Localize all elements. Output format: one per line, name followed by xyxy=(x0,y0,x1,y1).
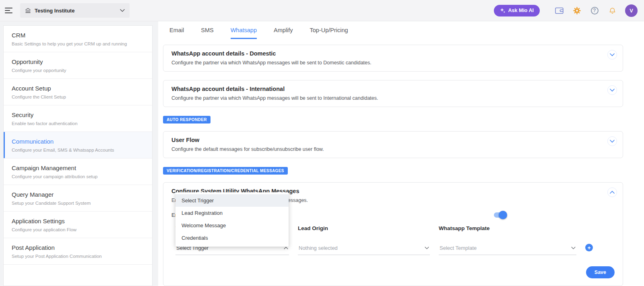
topbar: Testing Institute Ask Mio AI xyxy=(0,0,644,21)
utility-messages-card: Configure System Utility WhatsApp Messag… xyxy=(163,182,623,286)
ask-mio-ai-button[interactable]: Ask Mio AI xyxy=(494,5,540,16)
app-root: Testing Institute Ask Mio AI xyxy=(0,0,644,286)
sidebar-item-subtitle: Basic Settings to help you get your CRM … xyxy=(12,41,144,46)
main-content: Email SMS Whatsapp Amplify Top-Up/Pricin… xyxy=(158,21,644,286)
save-button[interactable]: Save xyxy=(586,266,615,278)
sidebar-item-crm[interactable]: CRM Basic Settings to help you get your … xyxy=(4,26,152,52)
save-row: Save xyxy=(171,266,615,278)
whatsapp-domestic-card: WhatsApp account details - Domestic Conf… xyxy=(163,45,623,72)
sidebar-item-post-application[interactable]: Post Application Setup your Post Applica… xyxy=(4,238,152,265)
menu-icon[interactable] xyxy=(4,6,14,15)
sidebar-item-subtitle: Configure the Client Setup xyxy=(12,95,144,99)
sidebar-item-title: CRM xyxy=(12,32,144,39)
expand-chevron-button[interactable] xyxy=(607,85,617,95)
chevron-down-icon xyxy=(425,247,429,249)
channel-tabs: Email SMS Whatsapp Amplify Top-Up/Pricin… xyxy=(163,25,623,39)
expand-chevron-button[interactable] xyxy=(607,136,617,146)
card-title: User Flow xyxy=(171,137,615,143)
collapse-chevron-button[interactable] xyxy=(607,187,617,197)
chevron-down-icon xyxy=(120,9,125,12)
sidebar-item-campaign-management[interactable]: Campaign Management Configure your campa… xyxy=(4,158,152,185)
template-select[interactable]: Select Template xyxy=(439,243,576,255)
sidebar-item-subtitle: Configure your opportunity xyxy=(12,68,144,73)
sidebar-item-communication[interactable]: Communication Configure your Email, SMS … xyxy=(4,132,152,158)
sidebar-item-title: Campaign Management xyxy=(12,165,144,171)
sidebar-item-account-setup[interactable]: Account Setup Configure the Client Setup xyxy=(4,79,152,105)
settings-gear-icon[interactable] xyxy=(572,6,582,15)
lead-origin-column: Lead Origin Nothing selected xyxy=(298,225,430,255)
dropdown-option-welcome-message[interactable]: Welcome Message xyxy=(175,219,289,232)
card-title: WhatsApp account details - International xyxy=(171,86,615,92)
user-avatar[interactable]: V xyxy=(625,4,638,17)
whatsapp-template-column-header: Whatsapp Template xyxy=(439,225,576,231)
add-row-button[interactable]: + xyxy=(585,244,593,251)
lead-origin-select[interactable]: Nothing selected xyxy=(298,243,430,255)
toggle-knob xyxy=(499,211,507,219)
sidebar-item-subtitle: Setup your Candidate Support System xyxy=(12,201,144,206)
enable-toggle[interactable] xyxy=(494,212,506,218)
tab-email[interactable]: Email xyxy=(169,27,184,39)
settings-sidebar: CRM Basic Settings to help you get your … xyxy=(3,25,153,286)
dropdown-option-lead-registration[interactable]: Lead Registration xyxy=(175,207,289,219)
sidebar-item-opportunity[interactable]: Opportunity Configure your opportunity xyxy=(4,52,152,79)
sidebar-item-title: Communication xyxy=(12,138,144,145)
sidebar-item-security[interactable]: Security Enable two factor authenticatio… xyxy=(4,105,152,132)
card-description: Configure the default messages for subsc… xyxy=(171,146,615,152)
tab-sms[interactable]: SMS xyxy=(201,27,213,39)
sidebar-item-title: Post Application xyxy=(12,244,144,251)
sparkle-icon xyxy=(500,8,506,13)
sidebar-item-application-settings[interactable]: Application Settings Configure your appl… xyxy=(4,212,152,238)
card-description: Configure the partner via which WhatsApp… xyxy=(171,60,615,66)
sidebar-item-subtitle: Setup your Post Application Communicatio… xyxy=(12,254,144,259)
dropdown-option-select-trigger[interactable]: Select Trigger xyxy=(175,194,289,207)
expand-chevron-button[interactable] xyxy=(607,50,617,60)
topbar-actions: Ask Mio AI xyxy=(494,4,638,17)
notifications-bell-icon[interactable] xyxy=(607,6,617,15)
institute-name: Testing Institute xyxy=(35,8,116,14)
whatsapp-template-column: Whatsapp Template Select Template xyxy=(439,225,576,255)
tab-whatsapp[interactable]: Whatsapp xyxy=(231,27,257,39)
sidebar-item-title: Opportunity xyxy=(12,58,144,65)
tab-amplify[interactable]: Amplify xyxy=(274,27,293,39)
ask-mio-ai-label: Ask Mio AI xyxy=(508,8,534,13)
tab-content: WhatsApp account details - Domestic Conf… xyxy=(163,39,623,286)
sidebar-item-title: Security xyxy=(12,111,144,118)
page-layout: CRM Basic Settings to help you get your … xyxy=(0,21,644,286)
help-icon[interactable]: ? xyxy=(590,6,599,15)
sidebar-item-title: Application Settings xyxy=(12,218,144,224)
sidebar-item-subtitle: Configure your campaign attribution setu… xyxy=(12,174,144,179)
sidebar-item-subtitle: Enable two factor authentication xyxy=(12,121,144,126)
institute-selector[interactable]: Testing Institute xyxy=(20,3,130,18)
sidebar-item-title: Query Manager xyxy=(12,191,144,198)
whatsapp-international-card: WhatsApp account details - International… xyxy=(163,80,623,107)
help-glyph: ? xyxy=(591,7,599,14)
lead-origin-select-value: Nothing selected xyxy=(299,245,338,251)
dropdown-option-credentials[interactable]: Credentials xyxy=(175,232,289,244)
sidebar-item-subtitle: Configure your application Flow xyxy=(12,227,144,232)
trigger-dropdown-menu: Select Trigger Lead Registration Welcome… xyxy=(175,192,289,247)
sidebar-item-query-manager[interactable]: Query Manager Setup your Candidate Suppo… xyxy=(4,185,152,212)
lead-origin-column-header: Lead Origin xyxy=(298,225,430,231)
sidebar-item-subtitle: Configure your Email, SMS & Whatsapp Acc… xyxy=(12,148,144,152)
user-flow-card: User Flow Configure the default messages… xyxy=(163,131,623,158)
wallet-icon[interactable] xyxy=(554,6,564,15)
chevron-down-icon xyxy=(571,247,576,249)
chevron-up-icon xyxy=(284,247,288,249)
verification-messages-badge: VERIFICATION/REGISTRATION/CREDENTIAL MES… xyxy=(163,167,288,175)
template-select-value: Select Template xyxy=(440,245,477,251)
card-description: Configure the partner via which WhatsApp… xyxy=(171,95,615,101)
card-title: WhatsApp account details - Domestic xyxy=(171,50,615,57)
institute-building-icon xyxy=(25,8,31,14)
sidebar-item-title: Account Setup xyxy=(12,85,144,92)
tab-top-up-pricing[interactable]: Top-Up/Pricing xyxy=(310,27,348,39)
auto-responder-badge: AUTO RESPONDER xyxy=(163,116,211,123)
